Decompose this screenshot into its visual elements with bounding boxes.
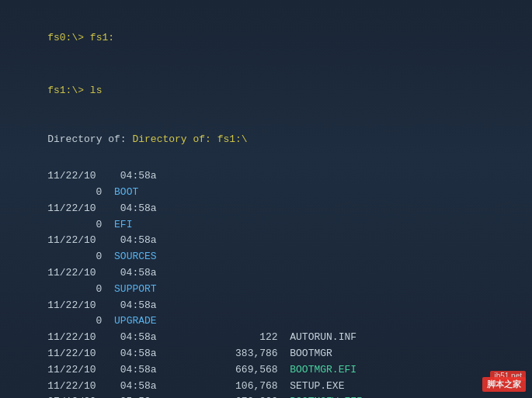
list-item: 11/22/10 04:58a 669,568 BOOTMGR.EFI	[23, 362, 509, 379]
list-item: 11/22/10 04:58a 106,768 SETUP.EXE	[23, 379, 509, 395]
list-item: 11/22/10 04:58a 0 SUPPORT	[23, 265, 509, 298]
ls-prompt-text: fs1:\> ls	[47, 85, 102, 96]
list-item: 11/22/10 04:58a 0 UPGRADE	[23, 298, 509, 331]
terminal-screen: fs0:\> fs1: fs1:\> ls Directory of: Dire…	[0, 0, 532, 398]
list-item: 11/22/10 04:58a 383,786 BOOTMGR	[23, 346, 509, 362]
list-item: 11/22/10 04:58a 0 SOURCES	[23, 233, 509, 265]
directory-label: Directory of: Directory of: fs1:\	[23, 116, 509, 164]
list-item: 07/13/09 05:52p 670,800 BOOTMGFW.EFI	[23, 394, 509, 398]
watermark-line2: 脚本之家	[482, 377, 526, 392]
prompt-text: fs0:\> fs1:	[47, 32, 114, 43]
file-listing: 11/22/10 04:58a 0 BOOT 11/22/10 04:58a 0…	[23, 168, 509, 398]
list-item: 11/22/10 04:58a 122 AUTORUN.INF	[23, 330, 509, 346]
list-item: 11/22/10 04:58a 0 BOOT	[23, 168, 509, 201]
initial-prompt: fs0:\> fs1:	[23, 14, 509, 62]
list-item: 11/22/10 04:58a 0 EFI	[23, 201, 509, 234]
ls-prompt: fs1:\> ls	[23, 67, 509, 115]
